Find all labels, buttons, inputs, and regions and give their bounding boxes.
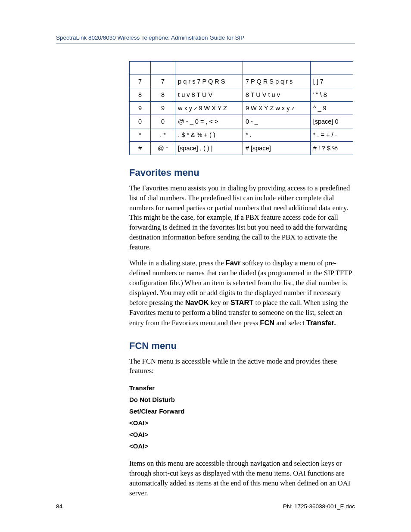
start-key: START bbox=[230, 299, 254, 306]
cell: # ! ? $ % bbox=[310, 142, 353, 155]
cell: 8 T U V t u v bbox=[243, 88, 310, 102]
text: While in a dialing state, press the bbox=[129, 259, 226, 267]
cell: # [space] bbox=[243, 142, 310, 155]
list-item: <OAI> bbox=[129, 417, 353, 429]
cell: 0 - _ bbox=[243, 115, 310, 128]
running-header: SpectraLink 8020/8030 Wireless Telephone… bbox=[56, 34, 355, 44]
fcn-heading: FCN menu bbox=[129, 340, 353, 352]
page-root: SpectraLink 8020/8030 Wireless Telephone… bbox=[0, 0, 411, 532]
cell: . $ * & % + ( ) bbox=[175, 128, 243, 142]
list-item: <OAI> bbox=[129, 429, 353, 440]
cell: . * bbox=[151, 128, 175, 142]
cell: [ ] 7 bbox=[310, 75, 353, 88]
favorites-heading: Favorites menu bbox=[129, 167, 353, 178]
cell: 8 bbox=[151, 88, 175, 102]
content-column: 7 7 p q r s 7 P Q R S 7 P Q R S p q r s … bbox=[129, 61, 353, 498]
cell: @ - _ 0 = , < > bbox=[175, 115, 243, 128]
cell: # bbox=[130, 142, 151, 155]
doc-id: PN: 1725-36038-001_E.doc bbox=[283, 503, 355, 510]
list-item: Set/Clear Forward bbox=[129, 405, 353, 417]
list-item: <OAI> bbox=[129, 440, 353, 452]
cell: * . bbox=[243, 128, 310, 142]
favorites-paragraph-2: While in a dialing state, press the Favr… bbox=[129, 258, 353, 328]
cell: 7 P Q R S p q r s bbox=[243, 75, 310, 88]
keypad-table: 7 7 p q r s 7 P Q R S 7 P Q R S p q r s … bbox=[129, 61, 353, 155]
text: and select bbox=[274, 319, 306, 327]
table-header-row bbox=[130, 62, 353, 75]
page-number: 84 bbox=[56, 503, 62, 510]
fcn-key: FCN bbox=[260, 319, 274, 327]
table-row: 0 0 @ - _ 0 = , < > 0 - _ [space] 0 bbox=[130, 115, 353, 128]
cell: * bbox=[130, 128, 151, 142]
cell: ' " \ 8 bbox=[310, 88, 353, 102]
table-row: 9 9 w x y z 9 W X Y Z 9 W X Y Z w x y z … bbox=[130, 102, 353, 115]
cell: 8 bbox=[130, 88, 151, 102]
favorites-paragraph-1: The Favorites menu assists you in dialin… bbox=[129, 184, 353, 252]
transfer-label: Transfer. bbox=[306, 319, 336, 327]
cell: * . = + / - bbox=[310, 128, 353, 142]
list-item: Transfer bbox=[129, 382, 353, 394]
cell: 9 bbox=[130, 102, 151, 115]
navok-key: NavOK bbox=[185, 299, 209, 306]
cell: p q r s 7 P Q R S bbox=[175, 75, 243, 88]
cell: 9 W X Y Z w x y z bbox=[243, 102, 310, 115]
header-rule bbox=[56, 44, 355, 44]
list-item: Do Not Disturb bbox=[129, 394, 353, 405]
cell: 7 bbox=[130, 75, 151, 88]
cell: 0 bbox=[151, 115, 175, 128]
cell: t u v 8 T U V bbox=[175, 88, 243, 102]
cell: [space] , ( ) | bbox=[175, 142, 243, 155]
table-row: # @ * [space] , ( ) | # [space] # ! ? $ … bbox=[130, 142, 353, 155]
cell: ^ _ 9 bbox=[310, 102, 353, 115]
text: key or bbox=[209, 299, 230, 307]
cell: 7 bbox=[151, 75, 175, 88]
table-row: 7 7 p q r s 7 P Q R S 7 P Q R S p q r s … bbox=[130, 75, 353, 88]
cell: w x y z 9 W X Y Z bbox=[175, 102, 243, 115]
cell: 0 bbox=[130, 115, 151, 128]
cell: 9 bbox=[151, 102, 175, 115]
table-row: 8 8 t u v 8 T U V 8 T U V t u v ' " \ 8 bbox=[130, 88, 353, 102]
cell: [space] 0 bbox=[310, 115, 353, 128]
table-row: * . * . $ * & % + ( ) * . * . = + / - bbox=[130, 128, 353, 142]
page-footer: 84 PN: 1725-36038-001_E.doc bbox=[56, 503, 355, 510]
fcn-paragraph-2: Items on this menu are accessible throug… bbox=[129, 459, 353, 498]
favr-key: Favr bbox=[226, 259, 241, 267]
fcn-paragraph-1: The FCN menu is accessible while in the … bbox=[129, 357, 353, 376]
fcn-feature-list: Transfer Do Not Disturb Set/Clear Forwar… bbox=[129, 382, 353, 452]
cell: @ * bbox=[151, 142, 175, 155]
